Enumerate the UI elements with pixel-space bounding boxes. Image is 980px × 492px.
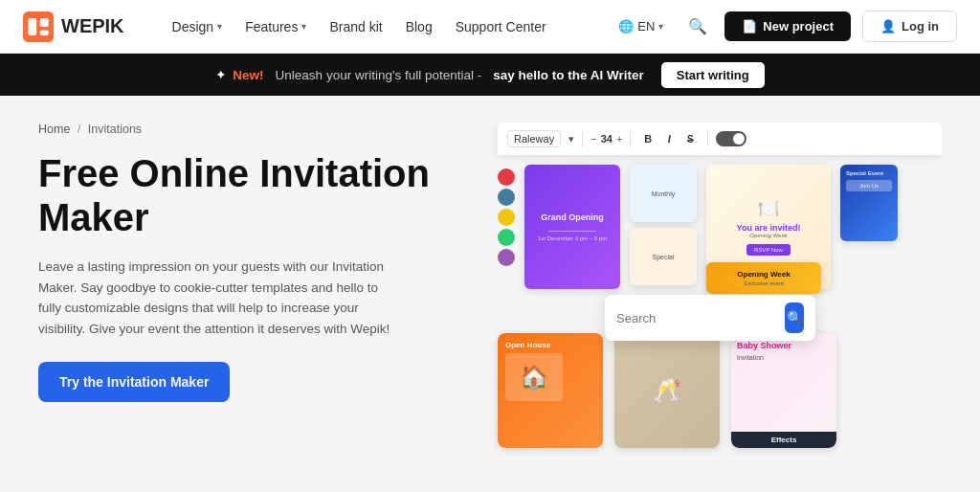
banner-highlight: say hello to the AI Writer — [493, 68, 644, 82]
small-card-2[interactable]: Special — [630, 228, 697, 285]
open-house-inner: Open House 🏠 — [498, 333, 603, 448]
search-button[interactable]: 🔍 — [682, 11, 713, 42]
page-title: Free Online Invitation Maker — [38, 151, 440, 239]
color-swatch[interactable] — [498, 168, 515, 186]
language-selector[interactable]: 🌐 EN ▾ — [611, 15, 671, 37]
blue-card[interactable]: Special Event Join Us — [840, 165, 898, 241]
breadcrumb-home[interactable]: Home — [38, 123, 74, 136]
svg-rect-2 — [40, 18, 49, 27]
logo[interactable]: WEPIK — [23, 11, 124, 42]
card-grand-opening-date: 1st December 3 pm – 5 pm — [538, 235, 607, 241]
nav-item-features[interactable]: Features ▾ — [235, 13, 316, 40]
login-button[interactable]: 👤 Log in — [862, 11, 957, 42]
document-icon: 📄 — [742, 19, 757, 34]
new-project-button[interactable]: 📄 New project — [724, 11, 851, 41]
invite-title: You are invited! — [737, 223, 801, 233]
open-house-title: Open House — [505, 341, 595, 349]
user-icon: 👤 — [880, 19, 896, 34]
invited-card-container: 🍽️ You are invited! Opening Week RSVP No… — [706, 165, 831, 289]
card-grand-opening-title: Grand Opening — [541, 212, 604, 223]
left-panel: Home / Invitations Free Online Invitatio… — [38, 123, 440, 473]
nav-right: 🌐 EN ▾ 🔍 📄 New project 👤 Log in — [611, 11, 957, 42]
chevron-down-icon: ▾ — [658, 21, 663, 32]
page-description: Leave a lasting impression on your guest… — [38, 257, 402, 339]
globe-icon: 🌐 — [618, 19, 634, 34]
right-panel: Raleway ▾ − 34 + B I S — [479, 123, 942, 473]
small-cards-stack: Monthly Special — [630, 165, 697, 289]
toggle-switch[interactable] — [716, 131, 746, 146]
italic-button[interactable]: I — [659, 129, 679, 148]
chevron-icon: ▾ — [301, 21, 306, 32]
chevron-icon: ▾ — [217, 21, 222, 32]
decrease-size-btn[interactable]: − — [590, 133, 596, 145]
svg-rect-3 — [40, 30, 49, 34]
breadcrumb-current: Invitations — [88, 123, 142, 136]
search-input[interactable] — [616, 311, 777, 325]
small-card-1[interactable]: Monthly — [630, 165, 697, 222]
color-swatch[interactable] — [498, 249, 515, 266]
cta-button[interactable]: Try the Invitation Maker — [38, 362, 230, 402]
nav-item-blog[interactable]: Blog — [396, 13, 442, 40]
breadcrumb: Home / Invitations — [38, 123, 440, 136]
opening-week-card[interactable]: Opening Week Exclusive event — [706, 262, 821, 294]
open-house-card[interactable]: Open House 🏠 — [498, 333, 603, 448]
cards-top-row: Grand Opening 1st December 3 pm – 5 pm M… — [479, 155, 942, 299]
breadcrumb-separator: / — [78, 123, 80, 136]
banner-text: Unleash your writing's full potential - — [276, 68, 482, 82]
color-swatch[interactable] — [498, 189, 515, 206]
baby-shower-card[interactable]: Baby Shower Invitation Effects — [731, 333, 836, 448]
grand-opening-card[interactable]: Grand Opening 1st December 3 pm – 5 pm — [524, 165, 620, 289]
main-content: Home / Invitations Free Online Invitatio… — [0, 96, 980, 492]
rsvp-button[interactable]: RSVP Now — [746, 244, 791, 256]
bold-button[interactable]: B — [638, 129, 657, 148]
nav-item-support[interactable]: Support Center — [446, 13, 556, 40]
logo-text: WEPIK — [61, 15, 124, 37]
strikethrough-button[interactable]: S — [680, 129, 700, 148]
bottom-cards: Open House 🏠 🥂 Baby Shower Invitation Ef… — [498, 333, 942, 448]
banner-new-badge: ✦ New! — [215, 67, 263, 82]
search-icon: 🔍 — [787, 310, 803, 325]
format-buttons: B I S — [638, 129, 700, 148]
preview-area: Raleway ▾ − 34 + B I S — [479, 123, 942, 473]
effects-label: Effects — [731, 432, 836, 448]
invite-sub: Opening Week — [749, 233, 788, 238]
color-swatch[interactable] — [498, 229, 515, 246]
nav-links: Design ▾ Features ▾ Brand kit Blog Suppo… — [163, 13, 589, 40]
font-size-control: − 34 + — [590, 133, 622, 145]
color-palette — [498, 165, 515, 289]
search-submit-button[interactable]: 🔍 — [785, 302, 804, 333]
sparkle-icon: ✦ — [215, 67, 227, 82]
svg-rect-0 — [23, 11, 54, 42]
baby-shower-sub: Invitation — [731, 354, 836, 361]
increase-size-btn[interactable]: + — [616, 133, 622, 145]
top-cards: Grand Opening 1st December 3 pm – 5 pm M… — [524, 165, 923, 289]
promo-banner: ✦ New! Unleash your writing's full poten… — [0, 54, 980, 96]
navbar: WEPIK Design ▾ Features ▾ Brand kit Blog… — [0, 0, 980, 54]
color-swatch[interactable] — [498, 209, 515, 226]
nav-item-design[interactable]: Design ▾ — [163, 13, 233, 40]
search-icon: 🔍 — [688, 17, 707, 35]
search-overlay: 🔍 — [605, 295, 815, 341]
start-writing-button[interactable]: Start writing — [661, 62, 765, 88]
nav-item-brand[interactable]: Brand kit — [320, 13, 391, 40]
editor-toolbar: Raleway ▾ − 34 + B I S — [498, 123, 942, 155]
opening-week-title: Opening Week — [716, 270, 812, 279]
bottom-card-2[interactable]: 🥂 — [614, 333, 720, 448]
font-selector[interactable]: Raleway — [507, 130, 561, 147]
svg-rect-1 — [28, 18, 36, 35]
